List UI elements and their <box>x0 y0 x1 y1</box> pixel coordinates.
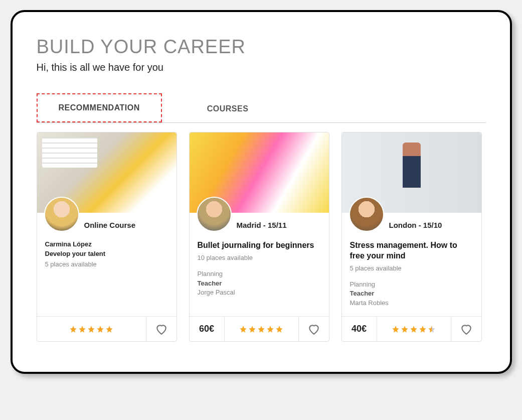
price: 40€ <box>342 317 377 341</box>
card-footer: 60€ <box>190 316 329 341</box>
heart-icon <box>307 323 320 336</box>
cards-row: Online Course Carmina López Develop your… <box>37 132 486 342</box>
course-title: Bullet journaling for beginners <box>198 240 321 251</box>
rating <box>37 317 146 341</box>
tabs: RECOMMENDATION COURSES <box>37 93 486 123</box>
teacher-label: Teacher <box>350 289 473 299</box>
teacher-label: Teacher <box>198 279 321 289</box>
card-footer: 40€ <box>342 316 481 341</box>
course-title: Develop your talent <box>45 250 168 257</box>
course-meta: Planning Teacher Marta Robles <box>350 280 473 309</box>
teacher-name: Jorge Pascal <box>198 288 321 298</box>
avatar <box>44 197 79 232</box>
category-label: Planning <box>198 269 321 279</box>
course-card[interactable]: London - 15/10 Stress management. How to… <box>341 132 482 342</box>
places-available: 10 places available <box>198 254 321 261</box>
favorite-button[interactable] <box>451 317 481 341</box>
avatar <box>349 197 384 232</box>
course-location: Madrid - 15/11 <box>237 221 321 229</box>
favorite-button[interactable] <box>146 317 177 341</box>
course-card[interactable]: Online Course Carmina López Develop your… <box>37 132 177 342</box>
stars-icon <box>239 325 283 333</box>
heart-icon <box>155 323 168 336</box>
card-footer <box>37 316 177 341</box>
stars-icon <box>392 325 436 333</box>
course-meta: Planning Teacher Jorge Pascal <box>198 269 321 298</box>
price: 60€ <box>190 317 225 341</box>
rating <box>225 317 299 341</box>
places-available: 5 places available <box>45 260 168 268</box>
tab-recommendation[interactable]: RECOMMENDATION <box>37 93 162 122</box>
teacher-name: Marta Robles <box>350 299 473 308</box>
heart-icon <box>460 323 473 336</box>
page-subtitle: Hi, this is all we have for you <box>37 62 486 73</box>
places-available: 5 places available <box>350 264 473 272</box>
stars-icon <box>69 325 113 333</box>
course-location: Online Course <box>84 221 168 229</box>
page-title: BUILD YOUR CAREER <box>37 36 486 58</box>
instructor-name: Carmina López <box>45 240 168 248</box>
favorite-button[interactable] <box>299 317 329 341</box>
app-frame: BUILD YOUR CAREER Hi, this is all we hav… <box>11 10 512 374</box>
category-label: Planning <box>350 280 473 290</box>
avatar <box>197 197 232 232</box>
course-location: London - 15/10 <box>389 221 473 229</box>
tab-courses[interactable]: COURSES <box>186 95 270 122</box>
rating <box>377 317 451 341</box>
course-title: Stress management. How to free your mind <box>350 240 473 261</box>
course-card[interactable]: Madrid - 15/11 Bullet journaling for beg… <box>189 132 329 342</box>
